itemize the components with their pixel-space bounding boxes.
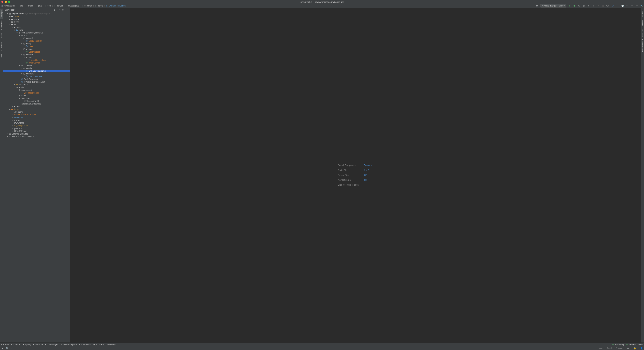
close-window-button[interactable] [1, 1, 4, 3]
tree-item[interactable]: ▼⊞entity [4, 42, 70, 45]
right-gutter-tab[interactable]: Bean Validation [641, 38, 644, 54]
bottom-tool-tab[interactable]: ▸Spring [23, 343, 31, 346]
collapse-icon[interactable]: ⇥ [58, 9, 60, 11]
tree-arrow-icon[interactable]: ▶ [9, 18, 11, 20]
git-history-icon[interactable]: 🕐 [621, 5, 624, 7]
learn-link[interactable]: Learn [598, 347, 603, 350]
tree-arrow-icon[interactable]: ▼ [14, 29, 16, 31]
right-gutter-tab[interactable]: Maven [641, 19, 644, 27]
tree-arrow-icon[interactable]: ▶ [16, 87, 18, 88]
build-icon[interactable]: ⚒ [536, 5, 538, 7]
breadcrumb-item[interactable]: ▸mybatisplus [65, 5, 79, 7]
tree-item[interactable]: ▶🖿test [4, 105, 70, 108]
tree-item[interactable]: ▼⊞controller [4, 37, 70, 40]
tree-item[interactable]: ▫UserMapper.xml [4, 92, 70, 94]
tree-item[interactable]: ▼⊞com.cenyol.mybatisplus [4, 31, 70, 34]
tree-arrow-icon[interactable]: ▶ [6, 133, 8, 135]
search-everywhere-icon[interactable]: 🔍 [640, 5, 643, 7]
tree-arrow-icon[interactable]: ▼ [9, 24, 11, 26]
bottom-tool-tab[interactable]: ▸9: Version Control [79, 343, 97, 346]
right-gutter-tab[interactable]: Database [641, 27, 644, 38]
tree-item[interactable]: ▫mvnw.cmd [4, 122, 70, 124]
tree-item[interactable]: ▼▣mybatisplus~/java/workspace/mybatisplu… [4, 12, 70, 15]
breadcrumb-item[interactable]: ▸cenyol [54, 5, 63, 7]
git-update-icon[interactable]: ↙ [612, 5, 614, 7]
bottom-tool-tab[interactable]: ▸Terminal [34, 343, 43, 346]
right-gutter-tab[interactable]: Ant Build [641, 9, 644, 19]
tree-item[interactable]: ▶🖿.idea [4, 15, 70, 18]
tree-item[interactable]: ▼⊞mapper [4, 48, 70, 51]
breadcrumb-item[interactable]: ▸java [35, 5, 42, 7]
tree-arrow-icon[interactable]: ▼ [16, 32, 18, 34]
breadcrumb-item[interactable]: ▸config [95, 5, 103, 7]
ide-icon-1[interactable]: ▭ [631, 5, 634, 7]
breadcrumb[interactable]: ▣mybatisplus⟩▸src⟩▸main⟩▸java⟩▸com⟩▸ceny… [1, 5, 126, 7]
attach-icon[interactable]: ▦ [602, 5, 604, 7]
ide-icon-2[interactable]: ▭ [636, 5, 638, 7]
bottom-tool-tab[interactable]: ▸0: Messages [45, 343, 58, 346]
tree-item[interactable]: ▫GaeaConfigCenter_spy [4, 113, 70, 116]
tree-item[interactable]: ⒸUserController [4, 40, 70, 42]
tree-item[interactable]: ⊞static [4, 94, 70, 97]
tree-arrow-icon[interactable]: ▶ [6, 136, 8, 137]
tree-item[interactable]: ▫controller.java.ftl [4, 100, 70, 102]
status-terminal-icon[interactable]: ▭ [10, 347, 13, 350]
tree-item[interactable]: ⒸMybatisPlusApplication [4, 81, 70, 83]
tree-arrow-icon[interactable]: ▼ [16, 97, 18, 99]
tree-item[interactable]: ▼⊞api [4, 34, 70, 37]
tree-item[interactable]: ▫README.md [4, 130, 70, 132]
bottom-tool-tab[interactable]: ▸Java Enterprise [61, 343, 77, 346]
tree-item[interactable]: ▫pom.xml [4, 127, 70, 130]
tree-item[interactable]: ▼⊞templates [4, 97, 70, 100]
stop-icon[interactable]: ■ [597, 5, 600, 7]
bottom-tool-tab[interactable]: ▸6: TODO [11, 343, 21, 346]
tree-item[interactable]: ▼⊞mapper.api [4, 89, 70, 92]
tree-item[interactable]: 🖿docs [4, 21, 70, 23]
locate-icon[interactable]: ⊕ [53, 9, 56, 11]
tree-item[interactable]: ▶🖿target [4, 108, 70, 111]
tree-arrow-icon[interactable]: ▼ [21, 48, 23, 50]
tree-arrow-icon[interactable]: ▼ [21, 67, 23, 69]
tree-item[interactable]: ⒾUserMapper [4, 51, 70, 53]
tree-arrow-icon[interactable]: ▼ [21, 37, 23, 39]
tree-item[interactable]: ▶▫Scratches and Consoles [4, 135, 70, 138]
run-icon[interactable]: ▶ [568, 5, 571, 7]
tree-arrow-icon[interactable]: ▼ [23, 57, 25, 58]
tree-item[interactable]: ▶▤External Libraries [4, 132, 70, 135]
profiler-icon[interactable]: ◉ [582, 5, 585, 7]
tree-item[interactable]: ▫application.properties [4, 102, 70, 105]
breadcrumb-item[interactable]: ▸src [17, 5, 23, 7]
build-link[interactable]: Build [607, 347, 612, 350]
tree-arrow-icon[interactable]: ▼ [6, 13, 8, 15]
hide-icon[interactable]: — [66, 9, 68, 11]
lock-icon[interactable]: 🔒 [634, 347, 636, 350]
breadcrumb-item[interactable]: ⒸMybatisPlusConfig [106, 5, 126, 7]
memory-icon[interactable]: ▦ [626, 347, 629, 350]
tree-item[interactable]: ▼🖿main [4, 26, 70, 29]
tree-arrow-icon[interactable]: ▼ [14, 84, 16, 86]
tree-item[interactable]: ▼⊞impl [4, 56, 70, 59]
tree-arrow-icon[interactable]: ▶ [9, 108, 11, 110]
tree-item[interactable]: ▫mybatisplus.iml [4, 124, 70, 127]
left-gutter-tab[interactable]: 7: Structure [0, 19, 3, 32]
tree-item[interactable]: ⒸMybatisPlusConfig [4, 70, 70, 72]
status-search-icon[interactable]: 🔍 [6, 347, 8, 350]
tree-item[interactable]: ▼⊞controller [4, 72, 70, 75]
editor-empty-state[interactable]: Search EverywhereDouble ⇧Go to File⇧⌘ORe… [70, 8, 640, 342]
tree-item[interactable]: ▫mvnw [4, 119, 70, 122]
browse-link[interactable]: Browse [616, 347, 622, 350]
tree-arrow-icon[interactable]: ▼ [16, 89, 18, 91]
tree-item[interactable]: ▼⊞common [4, 64, 70, 67]
tree-item[interactable]: ▶⊞db [4, 86, 70, 89]
bottom-tool-tab[interactable]: ▸Run Dashboard [100, 343, 116, 346]
tree-item[interactable]: ⒾIUserService [4, 62, 70, 64]
left-gutter-tab[interactable]: JRebel [0, 32, 3, 40]
left-gutter-tab[interactable]: 1: Project [0, 9, 3, 19]
git-commit-icon[interactable]: ✓ [616, 5, 619, 7]
bottom-right-tab[interactable]: ◉JRebel Console [626, 343, 643, 346]
breadcrumb-item[interactable]: ▸common [82, 5, 92, 7]
left-gutter-tab[interactable]: Web [0, 53, 3, 59]
jrebel-run-icon[interactable]: ▶ [592, 5, 595, 7]
breadcrumb-item[interactable]: ▣mybatisplus [1, 5, 15, 7]
tree-arrow-icon[interactable]: ▼ [21, 73, 23, 75]
